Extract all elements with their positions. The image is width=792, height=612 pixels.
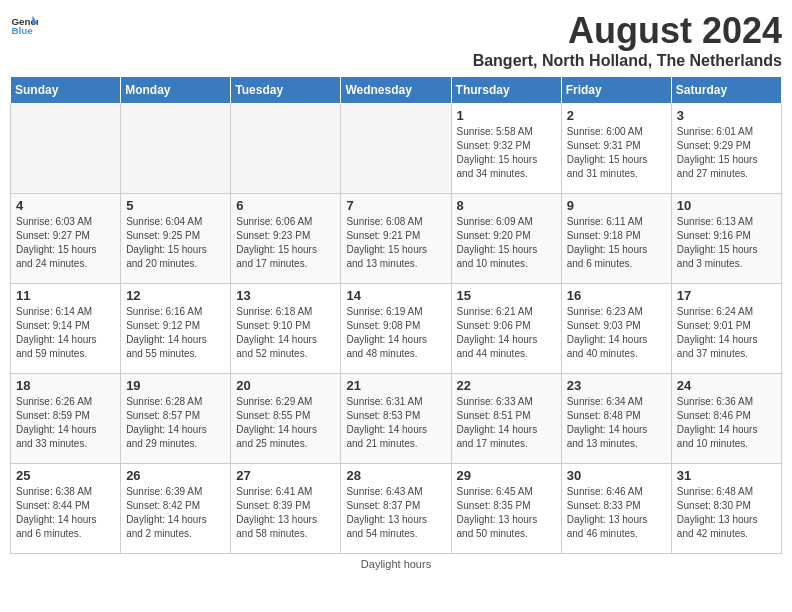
day-number: 2 bbox=[567, 108, 666, 123]
day-info: Sunrise: 6:29 AMSunset: 8:55 PMDaylight:… bbox=[236, 395, 335, 451]
calendar-day-cell: 30Sunrise: 6:46 AMSunset: 8:33 PMDayligh… bbox=[561, 464, 671, 554]
day-info: Sunrise: 6:06 AMSunset: 9:23 PMDaylight:… bbox=[236, 215, 335, 271]
day-of-week-header: Friday bbox=[561, 77, 671, 104]
calendar-day-cell bbox=[121, 104, 231, 194]
calendar-day-cell: 3Sunrise: 6:01 AMSunset: 9:29 PMDaylight… bbox=[671, 104, 781, 194]
day-number: 8 bbox=[457, 198, 556, 213]
calendar-day-cell: 1Sunrise: 5:58 AMSunset: 9:32 PMDaylight… bbox=[451, 104, 561, 194]
day-number: 23 bbox=[567, 378, 666, 393]
calendar-day-cell: 17Sunrise: 6:24 AMSunset: 9:01 PMDayligh… bbox=[671, 284, 781, 374]
calendar-day-cell: 8Sunrise: 6:09 AMSunset: 9:20 PMDaylight… bbox=[451, 194, 561, 284]
day-of-week-header: Thursday bbox=[451, 77, 561, 104]
day-info: Sunrise: 6:33 AMSunset: 8:51 PMDaylight:… bbox=[457, 395, 556, 451]
calendar-day-cell: 27Sunrise: 6:41 AMSunset: 8:39 PMDayligh… bbox=[231, 464, 341, 554]
day-info: Sunrise: 6:39 AMSunset: 8:42 PMDaylight:… bbox=[126, 485, 225, 541]
title-area: August 2024 Bangert, North Holland, The … bbox=[473, 10, 782, 70]
calendar-day-cell bbox=[231, 104, 341, 194]
day-number: 1 bbox=[457, 108, 556, 123]
day-number: 29 bbox=[457, 468, 556, 483]
calendar-day-cell: 26Sunrise: 6:39 AMSunset: 8:42 PMDayligh… bbox=[121, 464, 231, 554]
calendar-day-cell bbox=[11, 104, 121, 194]
day-info: Sunrise: 6:21 AMSunset: 9:06 PMDaylight:… bbox=[457, 305, 556, 361]
generalblue-logo-icon: General Blue bbox=[10, 10, 38, 38]
day-number: 31 bbox=[677, 468, 776, 483]
calendar-day-cell: 31Sunrise: 6:48 AMSunset: 8:30 PMDayligh… bbox=[671, 464, 781, 554]
day-number: 13 bbox=[236, 288, 335, 303]
day-info: Sunrise: 6:43 AMSunset: 8:37 PMDaylight:… bbox=[346, 485, 445, 541]
calendar-day-cell: 28Sunrise: 6:43 AMSunset: 8:37 PMDayligh… bbox=[341, 464, 451, 554]
calendar-day-cell: 19Sunrise: 6:28 AMSunset: 8:57 PMDayligh… bbox=[121, 374, 231, 464]
day-number: 14 bbox=[346, 288, 445, 303]
day-of-week-header: Sunday bbox=[11, 77, 121, 104]
day-number: 20 bbox=[236, 378, 335, 393]
svg-text:Blue: Blue bbox=[11, 25, 33, 36]
calendar-week-row: 11Sunrise: 6:14 AMSunset: 9:14 PMDayligh… bbox=[11, 284, 782, 374]
day-number: 25 bbox=[16, 468, 115, 483]
day-info: Sunrise: 6:23 AMSunset: 9:03 PMDaylight:… bbox=[567, 305, 666, 361]
calendar-day-cell: 21Sunrise: 6:31 AMSunset: 8:53 PMDayligh… bbox=[341, 374, 451, 464]
day-info: Sunrise: 6:16 AMSunset: 9:12 PMDaylight:… bbox=[126, 305, 225, 361]
day-number: 17 bbox=[677, 288, 776, 303]
day-number: 21 bbox=[346, 378, 445, 393]
day-info: Sunrise: 6:04 AMSunset: 9:25 PMDaylight:… bbox=[126, 215, 225, 271]
day-of-week-header: Monday bbox=[121, 77, 231, 104]
footer-note: Daylight hours bbox=[10, 558, 782, 570]
calendar-day-cell: 2Sunrise: 6:00 AMSunset: 9:31 PMDaylight… bbox=[561, 104, 671, 194]
day-number: 18 bbox=[16, 378, 115, 393]
day-info: Sunrise: 6:36 AMSunset: 8:46 PMDaylight:… bbox=[677, 395, 776, 451]
calendar-week-row: 25Sunrise: 6:38 AMSunset: 8:44 PMDayligh… bbox=[11, 464, 782, 554]
day-info: Sunrise: 6:34 AMSunset: 8:48 PMDaylight:… bbox=[567, 395, 666, 451]
day-info: Sunrise: 6:45 AMSunset: 8:35 PMDaylight:… bbox=[457, 485, 556, 541]
day-number: 19 bbox=[126, 378, 225, 393]
logo: General Blue bbox=[10, 10, 38, 38]
calendar-day-cell: 16Sunrise: 6:23 AMSunset: 9:03 PMDayligh… bbox=[561, 284, 671, 374]
day-info: Sunrise: 6:46 AMSunset: 8:33 PMDaylight:… bbox=[567, 485, 666, 541]
day-number: 4 bbox=[16, 198, 115, 213]
calendar-day-cell: 9Sunrise: 6:11 AMSunset: 9:18 PMDaylight… bbox=[561, 194, 671, 284]
day-of-week-header: Wednesday bbox=[341, 77, 451, 104]
calendar-day-cell: 6Sunrise: 6:06 AMSunset: 9:23 PMDaylight… bbox=[231, 194, 341, 284]
day-info: Sunrise: 6:11 AMSunset: 9:18 PMDaylight:… bbox=[567, 215, 666, 271]
day-number: 24 bbox=[677, 378, 776, 393]
calendar-day-cell: 10Sunrise: 6:13 AMSunset: 9:16 PMDayligh… bbox=[671, 194, 781, 284]
calendar-day-cell: 29Sunrise: 6:45 AMSunset: 8:35 PMDayligh… bbox=[451, 464, 561, 554]
day-info: Sunrise: 6:14 AMSunset: 9:14 PMDaylight:… bbox=[16, 305, 115, 361]
day-info: Sunrise: 6:09 AMSunset: 9:20 PMDaylight:… bbox=[457, 215, 556, 271]
day-number: 16 bbox=[567, 288, 666, 303]
day-info: Sunrise: 6:24 AMSunset: 9:01 PMDaylight:… bbox=[677, 305, 776, 361]
day-number: 26 bbox=[126, 468, 225, 483]
day-info: Sunrise: 6:03 AMSunset: 9:27 PMDaylight:… bbox=[16, 215, 115, 271]
calendar-day-cell: 12Sunrise: 6:16 AMSunset: 9:12 PMDayligh… bbox=[121, 284, 231, 374]
calendar-day-cell: 20Sunrise: 6:29 AMSunset: 8:55 PMDayligh… bbox=[231, 374, 341, 464]
day-info: Sunrise: 6:13 AMSunset: 9:16 PMDaylight:… bbox=[677, 215, 776, 271]
calendar-week-row: 4Sunrise: 6:03 AMSunset: 9:27 PMDaylight… bbox=[11, 194, 782, 284]
day-info: Sunrise: 6:41 AMSunset: 8:39 PMDaylight:… bbox=[236, 485, 335, 541]
calendar-day-cell: 4Sunrise: 6:03 AMSunset: 9:27 PMDaylight… bbox=[11, 194, 121, 284]
day-info: Sunrise: 6:28 AMSunset: 8:57 PMDaylight:… bbox=[126, 395, 225, 451]
day-info: Sunrise: 6:19 AMSunset: 9:08 PMDaylight:… bbox=[346, 305, 445, 361]
day-info: Sunrise: 6:26 AMSunset: 8:59 PMDaylight:… bbox=[16, 395, 115, 451]
day-number: 3 bbox=[677, 108, 776, 123]
calendar-day-cell: 18Sunrise: 6:26 AMSunset: 8:59 PMDayligh… bbox=[11, 374, 121, 464]
location-title: Bangert, North Holland, The Netherlands bbox=[473, 52, 782, 70]
day-info: Sunrise: 6:48 AMSunset: 8:30 PMDaylight:… bbox=[677, 485, 776, 541]
day-info: Sunrise: 6:31 AMSunset: 8:53 PMDaylight:… bbox=[346, 395, 445, 451]
calendar-day-cell: 24Sunrise: 6:36 AMSunset: 8:46 PMDayligh… bbox=[671, 374, 781, 464]
calendar-day-cell: 11Sunrise: 6:14 AMSunset: 9:14 PMDayligh… bbox=[11, 284, 121, 374]
day-number: 5 bbox=[126, 198, 225, 213]
calendar-table: SundayMondayTuesdayWednesdayThursdayFrid… bbox=[10, 76, 782, 554]
day-info: Sunrise: 5:58 AMSunset: 9:32 PMDaylight:… bbox=[457, 125, 556, 181]
day-number: 22 bbox=[457, 378, 556, 393]
day-info: Sunrise: 6:18 AMSunset: 9:10 PMDaylight:… bbox=[236, 305, 335, 361]
calendar-day-cell: 22Sunrise: 6:33 AMSunset: 8:51 PMDayligh… bbox=[451, 374, 561, 464]
calendar-day-cell: 5Sunrise: 6:04 AMSunset: 9:25 PMDaylight… bbox=[121, 194, 231, 284]
day-number: 7 bbox=[346, 198, 445, 213]
day-number: 9 bbox=[567, 198, 666, 213]
month-title: August 2024 bbox=[473, 10, 782, 52]
day-number: 15 bbox=[457, 288, 556, 303]
day-of-week-header: Tuesday bbox=[231, 77, 341, 104]
day-info: Sunrise: 6:08 AMSunset: 9:21 PMDaylight:… bbox=[346, 215, 445, 271]
calendar-day-cell bbox=[341, 104, 451, 194]
day-info: Sunrise: 6:01 AMSunset: 9:29 PMDaylight:… bbox=[677, 125, 776, 181]
calendar-day-cell: 15Sunrise: 6:21 AMSunset: 9:06 PMDayligh… bbox=[451, 284, 561, 374]
